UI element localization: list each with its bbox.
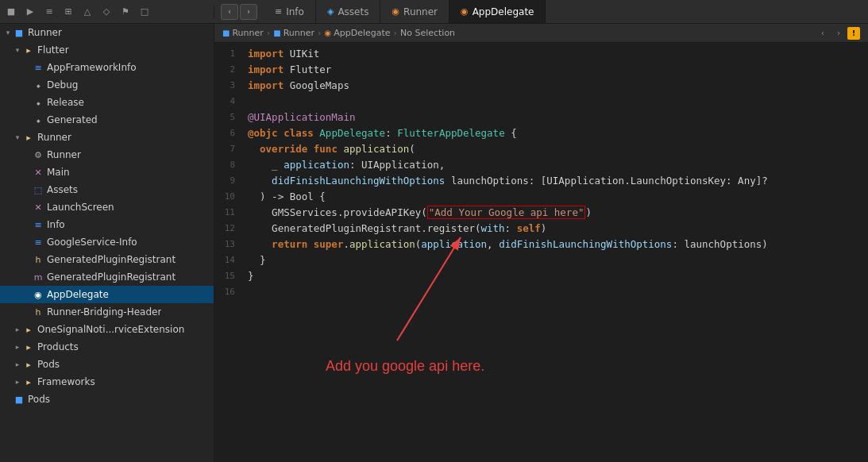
- line-number-14: 14: [214, 252, 243, 268]
- line-code-10: ) -> Bool {: [243, 189, 326, 205]
- stop-icon[interactable]: ■: [5, 6, 17, 18]
- run-icon[interactable]: ▶: [24, 6, 37, 18]
- info-tab-icon: ≡: [275, 6, 282, 17]
- sidebar-item-info[interactable]: ≡Info: [0, 216, 214, 233]
- rect-icon[interactable]: □: [138, 6, 151, 18]
- token-kw: class: [284, 127, 314, 139]
- sidebar-item-release[interactable]: ⬥Release: [0, 94, 214, 111]
- token-plain: ): [541, 222, 547, 234]
- line-number-15: 15: [214, 268, 243, 284]
- sidebar-item-googleservice-info[interactable]: ≡GoogleService-Info: [0, 233, 214, 251]
- sidebar-item-pods-root[interactable]: ■Pods: [0, 391, 214, 408]
- token-plain: [307, 143, 314, 155]
- tab-appdelegate-label: AppDelegate: [473, 6, 534, 17]
- breadcrumb-appdelegate-label: AppDelegate: [334, 28, 390, 38]
- tab-info-label: Info: [286, 6, 304, 17]
- scheme-selector[interactable]: ≡: [43, 6, 56, 18]
- sidebar-item-main[interactable]: ✕Main: [0, 164, 214, 181]
- sidebar-item-runner-bridging[interactable]: hRunner-Bridging-Header: [0, 303, 214, 321]
- sidebar-item-runner-item[interactable]: ⚙Runner: [0, 146, 214, 164]
- line-code-15: }: [243, 268, 254, 284]
- token-plain: ,: [487, 238, 499, 250]
- tab-assets[interactable]: ◈ Assets: [316, 0, 381, 23]
- line-number-1: 1: [214, 46, 243, 62]
- code-line-13: 13 return super.application(application,…: [214, 237, 868, 252]
- navigator-icon[interactable]: ⊞: [62, 6, 75, 18]
- forward-button[interactable]: ›: [240, 4, 257, 20]
- sidebar-item-generated[interactable]: ⬥Generated: [0, 111, 214, 129]
- line-number-12: 12: [214, 221, 243, 237]
- top-toolbar: ■ ▶ ≡ ⊞ △ ◇ ⚑ □ ‹ › ≡ Info ◈ Assets ◉ Ru…: [0, 0, 868, 24]
- sidebar-item-assets[interactable]: ⬚Assets: [0, 181, 214, 198]
- line-code-9: didFinishLaunchingWithOptions launchOpti…: [243, 173, 768, 189]
- sidebar-item-appframeworkinfo[interactable]: ≡AppFrameworkInfo: [0, 59, 214, 76]
- label-runner-item: Runner: [47, 149, 81, 160]
- code-line-8: 8 _ application: UIApplication,: [214, 157, 868, 173]
- warning-toolbar-icon[interactable]: △: [81, 6, 94, 18]
- sidebar-item-generatedpluginregistrant1[interactable]: hGeneratedPluginRegistrant: [0, 251, 214, 268]
- token-plain: _: [248, 159, 284, 171]
- code-line-5: 5@UIApplicationMain: [214, 110, 868, 125]
- breadcrumb-nosel-label: No Selection: [400, 28, 455, 38]
- back-button[interactable]: ‹: [221, 4, 238, 20]
- token-kw: self: [517, 222, 541, 234]
- sidebar-item-pods-group[interactable]: ▸Pods: [0, 356, 214, 373]
- icon-generatedpluginregistrant2: m: [32, 271, 44, 283]
- icon-onesignalnoti: ▸: [22, 323, 35, 336]
- tab-info[interactable]: ≡ Info: [264, 0, 316, 23]
- token-plain: : launchOptions): [672, 238, 767, 250]
- token-plain: UIKit: [284, 48, 319, 60]
- breadcrumb-runner1[interactable]: ■ Runner: [222, 28, 264, 38]
- breadcrumb-nosel[interactable]: No Selection: [400, 28, 455, 38]
- label-release: Release: [47, 97, 84, 108]
- icon-main: ✕: [32, 166, 44, 179]
- sidebar-item-onesignalnoti[interactable]: ▸OneSignalNoti...rviceExtension: [0, 321, 214, 338]
- sidebar-item-runner-group[interactable]: ▸Runner: [0, 129, 214, 146]
- line-number-4: 4: [214, 94, 243, 110]
- sidebar-item-debug[interactable]: ⬥Debug: [0, 76, 214, 94]
- line-number-9: 9: [214, 173, 243, 189]
- breadcrumb-runner2[interactable]: ■ Runner: [273, 28, 314, 38]
- breadcrumb-appdelegate[interactable]: ◉ AppDelegate: [324, 28, 390, 38]
- token-plain: [248, 143, 260, 155]
- sidebar-item-appdelegate[interactable]: ◉AppDelegate: [0, 286, 214, 303]
- code-line-3: 3import GoogleMaps: [214, 78, 868, 94]
- label-googleservice-info: GoogleService-Info: [47, 237, 137, 248]
- line-number-10: 10: [214, 189, 243, 205]
- token-cls: AppDelegate: [319, 127, 385, 139]
- icon-debug: ⬥: [32, 79, 44, 91]
- line-code-11: GMSServices.provideAPIKey("Add Your Goog…: [243, 205, 592, 221]
- sidebar-item-flutter[interactable]: ▸Flutter: [0, 41, 214, 59]
- tab-appdelegate[interactable]: ◉ AppDelegate: [449, 0, 546, 23]
- tab-assets-label: Assets: [338, 6, 368, 17]
- sidebar-item-frameworks[interactable]: ▸Frameworks: [0, 373, 214, 391]
- code-content[interactable]: 1import UIKit2import Flutter3import Goog…: [214, 43, 868, 462]
- line-code-5: @UIApplicationMain: [243, 110, 355, 125]
- code-line-15: 15}: [214, 268, 868, 284]
- breadcrumb-nav: ‹ › !: [816, 26, 860, 40]
- tab-runner[interactable]: ◉ Runner: [380, 0, 449, 23]
- token-plain: GoogleMaps: [284, 79, 349, 91]
- icon-appframeworkinfo: ≡: [32, 61, 44, 74]
- line-code-2: import Flutter: [243, 62, 331, 78]
- bc-back-btn[interactable]: ‹: [816, 26, 830, 40]
- sidebar-item-generatedpluginregistrant2[interactable]: mGeneratedPluginRegistrant: [0, 268, 214, 286]
- runner-tab-icon: ◉: [392, 6, 399, 17]
- line-code-1: import UIKit: [243, 46, 319, 62]
- sidebar-item-products[interactable]: ▸Products: [0, 338, 214, 356]
- sidebar-item-runner-root[interactable]: ■Runner: [0, 24, 214, 41]
- token-plain: {: [505, 127, 517, 139]
- flag-icon[interactable]: ⚑: [119, 6, 132, 18]
- annotation-text: Add you google api here.: [326, 358, 484, 375]
- token-plain: .: [343, 238, 349, 250]
- breadcrumb-runner1-label: Runner: [232, 28, 263, 38]
- label-flutter: Flutter: [37, 44, 69, 56]
- label-generated: Generated: [47, 114, 98, 125]
- bc-forward-btn[interactable]: ›: [831, 26, 846, 40]
- diamond-icon[interactable]: ◇: [100, 6, 113, 18]
- token-plain: GMSServices.provideAPIKey(: [248, 206, 427, 218]
- sidebar-item-launchscreen[interactable]: ✕LaunchScreen: [0, 198, 214, 216]
- label-generatedpluginregistrant1: GeneratedPluginRegistrant: [47, 254, 176, 265]
- token-plain: ): [585, 206, 592, 218]
- warning-badge[interactable]: !: [847, 27, 860, 40]
